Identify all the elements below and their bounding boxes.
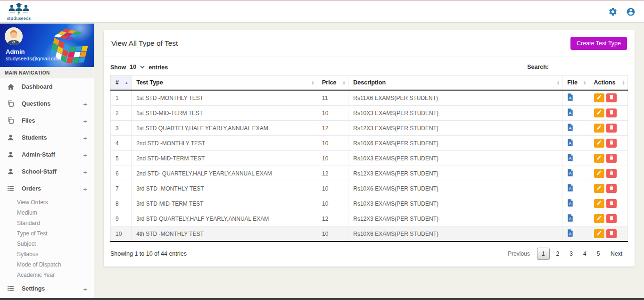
sidebar-subitem-mode-of-dispatch[interactable]: Mode of Dispatch	[0, 259, 94, 270]
sidebar-item-school-staff[interactable]: School-Staff+	[0, 163, 94, 180]
page-length-select[interactable]: 10	[129, 64, 146, 71]
search-label: Search:	[527, 64, 549, 70]
search-input[interactable]	[553, 63, 628, 71]
edit-button[interactable]	[594, 169, 604, 178]
delete-button[interactable]	[606, 214, 617, 223]
delete-button[interactable]	[606, 184, 617, 193]
column-header-price[interactable]: Price▲▼	[317, 75, 348, 91]
sort-both-icon: ▲▼	[622, 80, 625, 85]
cell-price: 10	[317, 136, 348, 151]
app-logo[interactable]: studuseeds	[7, 3, 31, 21]
cell-test-type: 1st STD QUARTELY,HALF YEARLY,ANNUAL EXAM	[132, 121, 317, 136]
cell-description: Rs10X3 EXAMS(PER STUDENT)	[348, 106, 562, 121]
pdf-file-icon[interactable]	[567, 214, 573, 222]
top-navbar: studuseeds	[0, 0, 644, 23]
pdf-file-icon[interactable]	[567, 199, 573, 207]
pagination-page-4[interactable]: 4	[578, 248, 592, 260]
pdf-file-icon[interactable]	[567, 108, 573, 116]
cell-num: 7	[111, 181, 132, 196]
edit-button[interactable]	[594, 124, 604, 133]
cell-test-type: 2nd STD-MID-TERM TEST	[132, 151, 317, 166]
pdf-file-icon[interactable]	[567, 154, 573, 161]
column-header-label: Test Type	[136, 79, 163, 86]
delete-button[interactable]	[606, 108, 617, 117]
column-header-actions[interactable]: Actions▲▼	[589, 75, 627, 91]
pagination-page-3[interactable]: 3	[564, 248, 578, 260]
pdf-file-icon[interactable]	[567, 184, 573, 192]
pdf-file-icon[interactable]	[567, 169, 573, 176]
profile-email: studyseeds@gmail.com	[6, 56, 61, 61]
cell-price: 10	[317, 196, 348, 211]
user-circle-icon[interactable]	[626, 7, 636, 17]
sidebar-item-label: Orders	[22, 185, 83, 192]
column-header-file[interactable]: File▲▼	[562, 75, 589, 91]
person-icon	[7, 133, 15, 142]
gear-icon[interactable]	[608, 7, 618, 17]
sidebar-item-files[interactable]: Files+	[0, 112, 94, 129]
pdf-file-icon[interactable]	[567, 93, 573, 101]
delete-button[interactable]	[606, 199, 617, 208]
sidebar-subitem-view-orders[interactable]: View Orders	[0, 197, 94, 208]
edit-button[interactable]	[594, 93, 604, 102]
table-row: 52nd STD-MID-TERM TEST10Rs10X3 EXAMS(PER…	[111, 151, 628, 166]
sidebar-subitem-type-of-test[interactable]: Type of Test	[0, 228, 94, 239]
sidebar-subitem-academic-year[interactable]: Academic Year	[0, 270, 94, 280]
edit-button[interactable]	[594, 108, 604, 117]
sidebar-item-label: Questions	[22, 100, 83, 107]
showing-entries-text: Showing 1 to 10 of 44 entries	[110, 250, 187, 257]
edit-button[interactable]	[594, 229, 604, 238]
sidebar-item-orders[interactable]: Orders+	[0, 180, 94, 197]
edit-button[interactable]	[594, 184, 604, 193]
home-icon	[7, 83, 15, 91]
sidebar-item-questions[interactable]: Questions+	[0, 95, 94, 112]
delete-button[interactable]	[606, 169, 617, 178]
delete-button[interactable]	[606, 93, 617, 102]
sidebar-item-label: School-Staff	[22, 168, 83, 175]
test-type-card: View All Type of Test Create Test Type S…	[104, 30, 635, 267]
person-icon	[7, 150, 15, 159]
edit-button[interactable]	[594, 139, 604, 148]
pagination: Previous12345Next	[502, 248, 628, 260]
cell-test-type: 2nd STD -MONTHLY TEST	[132, 136, 317, 151]
pdf-file-icon[interactable]	[567, 124, 573, 131]
test-type-table: #▲Test Type▲▼Price▲▼Description▲▼File▲▼A…	[110, 75, 628, 242]
sidebar-item-label: Settings	[22, 285, 83, 292]
pagination-previous[interactable]: Previous	[502, 248, 536, 260]
delete-button[interactable]	[606, 139, 617, 148]
sort-both-icon: ▲▼	[583, 80, 586, 85]
pagination-page-2[interactable]: 2	[551, 248, 565, 260]
sidebar-subitem-medium[interactable]: Medium	[0, 208, 94, 218]
sidebar-item-dashboard[interactable]: Dashboard	[0, 78, 94, 95]
search-control: Search:	[527, 63, 628, 71]
sidebar-item-admin-staff[interactable]: Admin-Staff+	[0, 146, 94, 163]
column-header-label: Price	[322, 79, 337, 86]
pdf-file-icon[interactable]	[567, 229, 573, 237]
edit-button[interactable]	[594, 154, 604, 163]
cell-test-type: 2nd STD- QUARTELY,HALF YEARLY,ANNUAL EXA…	[132, 166, 317, 181]
edit-button[interactable]	[594, 214, 604, 223]
pagination-next[interactable]: Next	[605, 248, 628, 260]
delete-button[interactable]	[606, 229, 617, 238]
cell-actions	[589, 211, 627, 226]
table-row: 73rd STD -MONTHLY TEST10Rs10X6 EXAMS(PER…	[111, 181, 628, 196]
column-header-description[interactable]: Description▲▼	[348, 75, 562, 91]
column-header-test-type[interactable]: Test Type▲▼	[132, 75, 317, 91]
edit-button[interactable]	[594, 199, 604, 208]
pagination-page-5[interactable]: 5	[592, 248, 605, 260]
delete-button[interactable]	[606, 154, 617, 163]
sidebar-item-students[interactable]: Students+	[0, 129, 94, 146]
cell-test-type: 1st STD-MID-TERM TEST	[132, 106, 317, 121]
sidebar-item-settings[interactable]: Settings+	[0, 280, 94, 297]
pdf-file-icon[interactable]	[567, 139, 573, 146]
sidebar-subitem-syllabus[interactable]: Syllabus	[0, 249, 94, 259]
cell-file	[562, 166, 589, 181]
delete-button[interactable]	[606, 124, 617, 133]
sort-both-icon: ▲▼	[311, 80, 314, 85]
sidebar-subitem-subject[interactable]: Subject	[0, 239, 94, 249]
cell-price: 10	[317, 181, 348, 196]
column-header-num[interactable]: #▲	[111, 75, 132, 91]
sidebar-subitem-standard[interactable]: Standard	[0, 218, 94, 228]
create-test-type-button[interactable]: Create Test Type	[570, 37, 627, 50]
pagination-page-1[interactable]: 1	[537, 248, 550, 260]
delete-trash-icon	[609, 140, 614, 147]
